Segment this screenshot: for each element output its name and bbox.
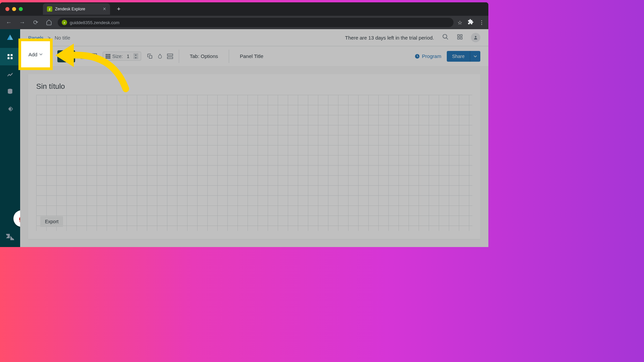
browser-window: z Zendesk Explore × + ← → ⟳ z guidde8355… [0, 2, 488, 247]
chevron-down-icon [474, 55, 477, 58]
star-icon[interactable]: ☆ [458, 19, 462, 26]
size-label: Size: [112, 54, 123, 59]
zendesk-favicon-icon: z [47, 6, 52, 12]
svg-rect-21 [109, 54, 110, 55]
program-button[interactable]: Program [415, 53, 441, 59]
svg-rect-13 [461, 35, 462, 36]
svg-rect-19 [106, 54, 107, 55]
add-tooltip: Add [57, 50, 75, 62]
panel-title-button[interactable]: Panel Title [234, 53, 269, 59]
svg-marker-1 [10, 35, 13, 40]
close-window-button[interactable] [5, 7, 9, 11]
svg-rect-29 [167, 54, 173, 56]
share-button-group: Share [447, 51, 480, 62]
browser-toolbar: ← → ⟳ z guidde8355.zendesk.com ☆ ⋮ [0, 16, 488, 29]
user-avatar[interactable] [471, 33, 480, 42]
svg-point-10 [443, 35, 447, 39]
header-right: There are 13 days left in the trial peri… [345, 33, 480, 42]
zendesk-logo-icon[interactable] [6, 234, 14, 242]
droplet-icon[interactable] [157, 53, 163, 60]
dashboard-grid[interactable]: Export [36, 95, 472, 231]
action-group [147, 53, 173, 60]
minimize-window-button[interactable] [12, 7, 16, 11]
highlight-add-button[interactable]: Add [29, 52, 43, 57]
dashed-rect-icon[interactable] [80, 53, 87, 60]
new-tab-button[interactable]: + [114, 4, 123, 14]
reload-button[interactable]: ⟳ [31, 18, 40, 27]
sidebar-item-reports[interactable] [0, 65, 20, 83]
svg-rect-27 [109, 57, 110, 59]
svg-rect-17 [81, 54, 87, 59]
svg-rect-26 [107, 57, 109, 59]
browser-titlebar: z Zendesk Explore × + [0, 2, 488, 16]
svg-rect-22 [106, 56, 107, 57]
clock-icon [415, 54, 420, 59]
maximize-window-button[interactable] [19, 7, 23, 11]
sidebar-item-dashboards[interactable] [0, 48, 20, 65]
svg-rect-24 [109, 56, 110, 57]
sidebar-nav: g 5 [0, 29, 20, 247]
grid-icon [106, 54, 110, 59]
main-area: Panels > No title There are 13 days left… [20, 29, 488, 247]
app-content: g 5 Panels > No title There are 13 days … [0, 29, 488, 247]
url-text: guidde8355.zendesk.com [70, 20, 119, 25]
size-stepper: ▲ ▼ [133, 53, 138, 59]
toolbar-divider [179, 50, 179, 63]
dashboard-title[interactable]: Sin título [36, 82, 472, 91]
breadcrumb-current: No title [55, 35, 70, 41]
layout-icon[interactable] [167, 53, 173, 60]
svg-rect-20 [107, 54, 109, 55]
tab-options-button[interactable]: Tab: Options [184, 53, 223, 59]
svg-rect-23 [107, 56, 109, 57]
sidebar-item-settings[interactable] [0, 100, 20, 118]
trial-message: There are 13 days left in the trial peri… [345, 35, 434, 41]
svg-rect-28 [149, 55, 152, 58]
back-button[interactable]: ← [4, 18, 13, 27]
editor-toolbar: Add Add Size: 1 ▲ [20, 46, 488, 66]
size-value: 1 [125, 54, 131, 59]
site-identity-icon: z [62, 20, 67, 25]
stepper-up-button[interactable]: ▲ [133, 53, 138, 56]
tab-title: Zendesk Explore [55, 7, 100, 11]
tab-close-icon[interactable]: × [103, 6, 106, 12]
search-icon[interactable] [442, 34, 449, 42]
share-dropdown-button[interactable] [470, 51, 480, 62]
home-button[interactable] [44, 18, 54, 27]
breadcrumb-bar: Panels > No title There are 13 days left… [20, 29, 488, 46]
window-controls [5, 7, 23, 11]
tutorial-highlight-box: Add [18, 39, 53, 70]
size-control: Size: 1 ▲ ▼ [103, 52, 141, 61]
highlight-label: Add [29, 52, 38, 57]
browser-tabs: z Zendesk Explore × + [43, 2, 123, 16]
copy-icon[interactable] [147, 53, 153, 60]
menu-icon[interactable]: ⋮ [479, 19, 484, 26]
canvas-area: Sin título Export [20, 66, 488, 247]
svg-rect-5 [11, 57, 13, 59]
svg-rect-3 [11, 54, 13, 56]
svg-point-16 [475, 36, 477, 38]
sidebar-item-datasets[interactable] [0, 83, 20, 100]
browser-tab[interactable]: z Zendesk Explore × [43, 3, 110, 15]
svg-rect-14 [458, 38, 459, 39]
svg-marker-0 [7, 35, 10, 40]
toolbar-divider [229, 50, 229, 63]
share-button[interactable]: Share [447, 51, 470, 62]
program-label: Program [422, 53, 441, 59]
svg-rect-30 [167, 57, 173, 59]
forward-button[interactable]: → [17, 18, 27, 27]
export-button[interactable]: Export [40, 216, 63, 227]
dashboard-panel: Sin título Export [28, 74, 480, 239]
explore-logo-icon[interactable] [6, 33, 14, 41]
address-bar[interactable]: z guidde8355.zendesk.com [58, 18, 453, 27]
stepper-down-button[interactable]: ▼ [133, 56, 138, 59]
extensions-icon[interactable] [468, 19, 474, 26]
svg-rect-18 [91, 54, 97, 59]
svg-rect-25 [106, 57, 107, 59]
toolbar-right: ☆ ⋮ [458, 19, 484, 26]
svg-rect-15 [461, 38, 462, 39]
svg-rect-2 [8, 54, 10, 56]
chevron-down-icon [39, 53, 43, 56]
checkbox-icon[interactable] [91, 53, 97, 60]
apps-grid-icon[interactable] [457, 34, 463, 41]
svg-line-11 [446, 38, 448, 40]
